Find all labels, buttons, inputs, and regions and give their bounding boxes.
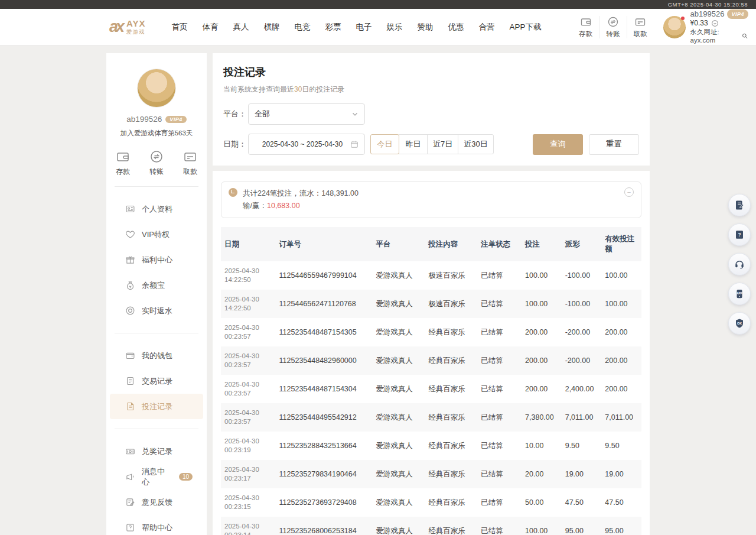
sidebar-item-redeem[interactable]: 兑奖记录 [110,439,203,464]
date-label: 日期： [223,139,248,150]
cell-content: 经典百家乐 [425,346,477,375]
cell-payout: 19.00 [562,460,602,488]
table-row: 2025-04-3000:23:141125235268006253184爱游戏… [221,517,641,535]
cell-platform: 爱游戏真人 [372,375,425,403]
sidebar-item-welfare[interactable]: 福利中心 [110,247,203,273]
app-download-icon[interactable]: APP [728,283,751,305]
nav-cards[interactable]: 棋牌 [264,22,280,33]
nav-sports[interactable]: 体育 [203,22,219,33]
range-today-button[interactable]: 今日 [370,134,399,154]
svg-text:?: ? [738,232,741,238]
date-range-input[interactable]: 2025-04-30 ~ 2025-04-30 [248,134,365,155]
nav-sponsor[interactable]: 赞助 [418,22,434,33]
search-button[interactable]: 查询 [533,134,583,155]
nav-live[interactable]: 真人 [233,22,249,33]
cell-date: 2025-04-3014:22:50 [221,290,276,318]
cell-platform: 爱游戏真人 [372,432,425,460]
cell-date: 2025-04-3000:23:57 [221,375,276,403]
sidebar-item-wallet[interactable]: 我的钱包 [110,343,203,368]
cell-platform: 爱游戏真人 [372,290,425,318]
filter-card: 投注记录 当前系统支持查询最近30日的投注记录 平台： 全部 日期： 2025-… [213,53,650,166]
balance: ¥0.33 [690,19,708,28]
refresh-balance-icon[interactable] [711,20,719,27]
col-status: 注单状态 [477,227,522,261]
table-row: 2025-04-3000:23:571125235448482960000爱游戏… [221,346,641,375]
main-nav: 首页 体育 真人 棋牌 电竞 彩票 电子 娱乐 赞助 优惠 合营 APP下载 [172,22,542,33]
bet-records-table: 日期 订单号 平台 投注内容 注单状态 投注 派彩 有效投注额 2025-04-… [221,227,641,535]
cell-order: 1125235273693729408 [276,488,373,517]
feedback-pencil-icon [125,497,135,507]
nav-esports[interactable]: 电竞 [295,22,311,33]
sidebar-item-profile[interactable]: 个人资料 [110,196,203,222]
range-30days-button[interactable]: 近30日 [458,134,493,154]
sidebar-item-help[interactable]: 帮助中心 [110,515,203,535]
table-row: 2025-04-3014:22:501125446559467999104爱游戏… [221,261,641,290]
transfer-button[interactable]: 转账 [599,16,627,38]
cell-bet: 100.00 [522,290,562,318]
cell-valid: 200.00 [601,346,641,375]
table-header-row: 日期 订单号 平台 投注内容 注单状态 投注 派彩 有效投注额 [221,227,641,261]
money-bag-icon [125,280,135,290]
platform-select[interactable]: 全部 [248,103,365,125]
username: ab199526 [690,10,725,19]
wallet-icon [125,351,135,361]
range-7days-button[interactable]: 近7日 [427,134,458,154]
reset-button[interactable]: 重置 [589,134,639,155]
table-row: 2025-04-3000:23:151125235273693729408爱游戏… [221,488,641,517]
target-icon [125,306,135,316]
sidebar-item-yuebao[interactable]: 余额宝 [110,273,203,298]
help-book-icon[interactable]: ? [728,223,751,246]
deposit-button[interactable]: 存款 [116,150,130,177]
logo-name: AYX [126,19,145,28]
cell-bet: 200.00 [522,346,562,375]
logo-cn-name: 爱游戏 [126,29,145,35]
document-edit-icon[interactable] [728,194,751,216]
shield-ok-icon[interactable]: OK [728,312,751,335]
table-row: 2025-04-3000:23:571125235448495542912爱游戏… [221,403,641,432]
vip-badge: VIP4 [727,9,748,20]
transfer-button[interactable]: 转账 [149,150,164,177]
withdraw-button[interactable]: 取款 [627,16,654,38]
withdraw-button[interactable]: 取款 [183,150,197,177]
nav-slots[interactable]: 电子 [356,22,372,33]
cell-status: 已结算 [477,403,522,432]
cell-payout: -100.00 [562,290,602,318]
sidebar-item-messages[interactable]: 消息中心 10 [110,464,203,489]
cell-payout: 47.50 [562,488,602,517]
sidebar-item-bet-records[interactable]: 投注记录 [110,394,203,419]
range-yesterday-button[interactable]: 昨日 [399,134,428,154]
banknote-icon [125,446,135,456]
header: ax AYX 爱游戏 首页 体育 真人 棋牌 电竞 彩票 电子 娱乐 赞助 优惠… [0,9,756,46]
svg-text:OK: OK [737,322,742,325]
sidebar-item-feedback[interactable]: 意见反馈 [110,489,203,515]
headset-icon[interactable] [728,253,751,275]
nav-promo[interactable]: 优惠 [448,22,464,33]
sidebar-item-transactions[interactable]: 交易记录 [110,368,203,394]
nav-app-download[interactable]: APP下载 [510,22,542,33]
sidebar-item-vip[interactable]: VIP特权 [110,222,203,247]
cell-order: 1125235448482960000 [276,346,373,375]
username: ab199526 [126,115,162,124]
nav-entertainment[interactable]: 娱乐 [387,22,403,33]
nav-partner[interactable]: 合营 [479,22,495,33]
cell-payout: 95.00 [562,517,602,535]
header-user-area[interactable]: ab199526 VIP4 ¥0.33 永久网址: ayx.com [663,9,748,45]
avatar[interactable] [663,16,686,38]
cell-content: 极速百家乐 [425,290,477,318]
floating-toolbar: ? APP OK [728,194,751,335]
nav-lottery[interactable]: 彩票 [325,22,341,33]
cell-bet: 100.00 [522,261,562,290]
notification-dot [681,17,685,20]
avatar[interactable] [137,69,176,108]
sidebar: ab199526 VIP4 加入爱游戏体育第563天 存款 转账 取款 个人资料… [106,53,207,535]
cell-platform: 爱游戏真人 [372,261,425,290]
nav-home[interactable]: 首页 [172,22,188,33]
site-logo[interactable]: ax AYX 爱游戏 [109,18,146,36]
magnifier-icon[interactable] [742,33,748,40]
cell-bet: 100.00 [522,517,562,535]
collapse-summary-icon[interactable]: − [624,187,634,197]
col-valid: 有效投注额 [601,227,641,261]
deposit-button[interactable]: 存款 [572,16,599,38]
bank-card-icon [183,150,197,164]
sidebar-item-rebate[interactable]: 实时返水 [110,298,203,323]
